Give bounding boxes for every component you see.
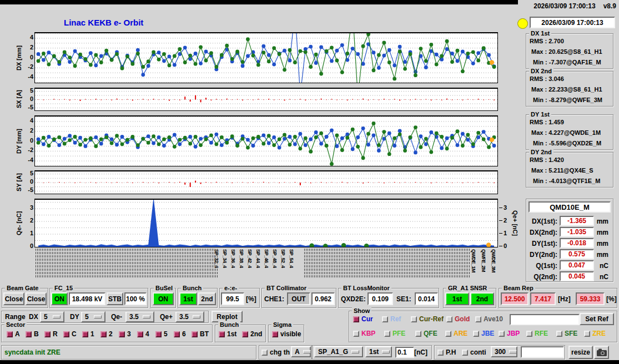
checkbox-icon[interactable] xyxy=(63,331,69,337)
show-checkbox-jbe[interactable]: JBE xyxy=(473,330,494,337)
resize-button[interactable]: resize xyxy=(568,346,593,359)
sector-checkbox-b[interactable]: B xyxy=(26,330,39,338)
show-checkbox-cur[interactable]: Cur xyxy=(353,315,373,323)
show-checkbox-pfe[interactable]: PFE xyxy=(384,330,405,337)
sector-checkbox-a[interactable]: A xyxy=(7,330,20,338)
checkbox-icon[interactable] xyxy=(473,331,479,337)
checkbox-label: A xyxy=(15,330,20,338)
beam-rep-value2: 7.417 xyxy=(530,292,556,305)
checkbox-icon[interactable] xyxy=(44,331,51,337)
show-checkbox-jbp[interactable]: JBP xyxy=(499,330,520,337)
sector-checkbox-5[interactable]: 5 xyxy=(155,330,168,338)
set-ref-button[interactable]: Set Ref xyxy=(580,313,614,325)
show-checkbox-are[interactable]: ARE xyxy=(445,330,467,337)
checkbox-icon[interactable] xyxy=(137,331,143,337)
ph-checkbox[interactable]: P.H xyxy=(437,348,456,356)
checkbox-label: Cur xyxy=(361,315,373,323)
x-axis-bpm-label: QWFE_2M xyxy=(481,249,486,272)
range-label: Range xyxy=(5,313,26,321)
range-dx-select[interactable]: 5 xyxy=(40,311,64,322)
checkbox-icon[interactable] xyxy=(353,331,359,337)
gr-1st-button[interactable]: 1st xyxy=(445,292,469,305)
checkbox-icon[interactable] xyxy=(411,316,417,322)
conti-checkbox[interactable]: conti xyxy=(462,348,486,356)
busel-on-button[interactable]: ON xyxy=(153,292,174,305)
sector-checkbox-bt[interactable]: BT xyxy=(192,330,209,338)
beam-gate-close2-button[interactable]: Close xyxy=(26,292,47,305)
checkbox-icon[interactable] xyxy=(526,331,532,337)
checkbox-icon[interactable] xyxy=(192,331,198,337)
sector-checkbox-6[interactable]: 6 xyxy=(174,330,186,338)
bunch-select-title: Bunch xyxy=(218,321,240,328)
checkbox-icon[interactable] xyxy=(382,316,388,322)
chg-th-select[interactable]: A xyxy=(291,346,311,357)
sigma-visible-checkbox[interactable]: visible xyxy=(272,330,301,338)
checkbox-icon[interactable] xyxy=(272,331,278,337)
show-checkbox-kbp[interactable]: KBP xyxy=(353,330,375,337)
range-qem-select[interactable]: 3.5 xyxy=(125,311,154,322)
sector-checkbox-r[interactable]: R xyxy=(44,330,58,338)
bunch-checkbox-1st[interactable]: 1st xyxy=(219,330,236,338)
bunch-checkbox-2nd[interactable]: 2nd xyxy=(242,330,262,338)
sector-checkbox-2[interactable]: 2 xyxy=(100,330,113,338)
beam-gate-close1-button[interactable]: Close xyxy=(3,292,24,305)
y-axis-qe-minus: 3210 xyxy=(21,199,34,247)
fc15-stb-button[interactable]: STB xyxy=(107,292,123,305)
sector-checkbox-3[interactable]: 3 xyxy=(119,330,131,338)
y-tick-label: 2 xyxy=(30,127,33,134)
stat-max: Max : 22.233@S8_61_H1 xyxy=(531,86,602,93)
show-checkbox-ave10[interactable]: Ave10 xyxy=(475,315,503,323)
bunch-order-select[interactable]: 1st xyxy=(365,346,392,357)
show-checkbox-sfe[interactable]: SFE xyxy=(556,330,577,337)
show-checkbox-cur-ref[interactable]: Cur-Ref xyxy=(411,315,444,323)
checkbox-icon[interactable] xyxy=(437,350,444,356)
checkbox-icon[interactable] xyxy=(174,331,180,337)
fc15-on-button[interactable]: ON xyxy=(51,292,68,305)
ref-name-input[interactable] xyxy=(510,314,580,325)
chg-th-checkbox[interactable]: chg th xyxy=(261,348,290,356)
checkbox-icon[interactable] xyxy=(556,331,562,337)
plot-area-qe xyxy=(34,199,498,247)
gr-2nd-button[interactable]: 2nd xyxy=(470,292,494,305)
sector-checkbox-1[interactable]: 1 xyxy=(82,330,94,338)
sector-checkbox-c[interactable]: C xyxy=(63,330,77,338)
bunch-2nd-button[interactable]: 2nd xyxy=(198,292,216,305)
checkbox-icon[interactable] xyxy=(219,331,225,337)
xaxis-dense-labels-left xyxy=(36,249,218,279)
checkbox-icon[interactable] xyxy=(462,350,468,356)
show-checkbox-zre[interactable]: ZRE xyxy=(584,330,606,337)
range-qep-select[interactable]: 3.5 xyxy=(175,311,204,322)
checkbox-label: Cur-Ref xyxy=(419,315,444,323)
checkbox-icon[interactable] xyxy=(415,331,421,337)
checkbox-icon[interactable] xyxy=(100,331,107,337)
checkbox-icon[interactable] xyxy=(499,331,505,337)
checkbox-icon[interactable] xyxy=(353,316,359,322)
checkbox-icon[interactable] xyxy=(155,331,162,337)
checkbox-icon[interactable] xyxy=(119,331,125,337)
checkbox-icon[interactable] xyxy=(82,331,88,337)
checkbox-icon[interactable] xyxy=(445,331,451,337)
range-dy-select[interactable]: 5 xyxy=(81,311,105,322)
checkbox-icon[interactable] xyxy=(261,350,268,356)
count-select[interactable]: 300 xyxy=(491,346,517,357)
che1-out-button[interactable]: OUT xyxy=(287,292,310,305)
checkbox-icon[interactable] xyxy=(26,331,32,337)
show-checkbox-gold[interactable]: Gold xyxy=(446,315,470,323)
checkbox-icon[interactable] xyxy=(384,331,390,337)
show-checkbox-rfe[interactable]: RFE xyxy=(526,330,548,337)
screenshot-camera-button[interactable] xyxy=(594,346,609,359)
camera-icon xyxy=(597,348,607,356)
extra-input[interactable] xyxy=(521,346,564,358)
checkbox-icon[interactable] xyxy=(242,331,248,337)
charge-threshold-input[interactable] xyxy=(395,347,414,358)
checkbox-icon[interactable] xyxy=(475,316,481,322)
show-checkbox-ref[interactable]: Ref xyxy=(382,315,401,323)
show-checkbox-qfe[interactable]: QFE xyxy=(415,330,437,337)
sector-checkbox-4[interactable]: 4 xyxy=(137,330,149,338)
checkbox-icon[interactable] xyxy=(446,316,452,322)
checkbox-icon[interactable] xyxy=(7,331,13,337)
checkbox-icon[interactable] xyxy=(584,331,590,337)
bunch-1st-button[interactable]: 1st xyxy=(179,292,197,305)
status-message: syncdata init ZRE xyxy=(4,348,61,356)
sp-monitor-select[interactable]: SP_A1_G xyxy=(314,346,363,357)
